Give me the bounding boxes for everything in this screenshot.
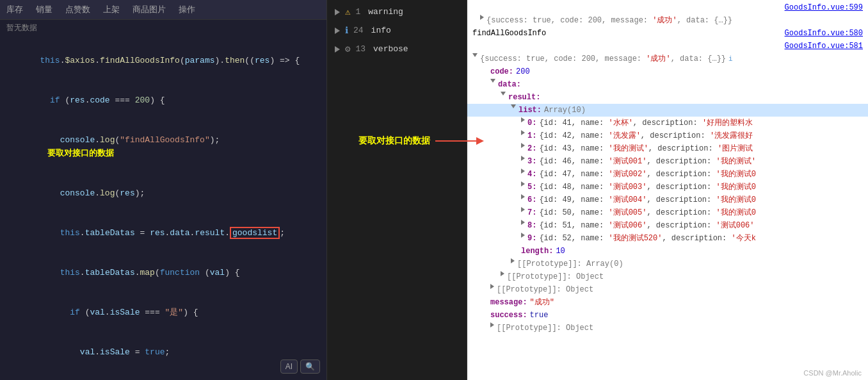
dt-item-5[interactable]: 5: {id: 48, name: '测试003', description: …	[467, 181, 868, 194]
right-wrapper: GoodsInfo.vue:599 {success: true, code: …	[467, 0, 868, 380]
verbose-count: 13	[355, 44, 366, 54]
dt-line-data[interactable]: data:	[467, 78, 868, 91]
dt-success: success: true	[467, 309, 868, 322]
col-sales: 销量	[36, 4, 52, 15]
search-button[interactable]: 🔍	[300, 359, 320, 374]
dt-index-8: 8:	[527, 220, 536, 231]
dt-val-1: {id: 42, name: '洗发露', description: '洗发露很…	[539, 130, 753, 142]
col-stock: 库存	[6, 4, 23, 15]
expand-item7[interactable]	[521, 207, 525, 212]
source-link-599[interactable]: GoodsInfo.vue:599	[785, 2, 863, 13]
dt-item-9[interactable]: 9: {id: 52, name: '我的测试520', description…	[467, 232, 868, 245]
dt-item-0[interactable]: 0: {id: 41, name: '水杯', description: '好用…	[467, 117, 868, 129]
table-header: 库存 销量 点赞数 上架 商品图片 操作	[0, 0, 326, 20]
verbose-label: verbose	[373, 44, 408, 54]
warning-count: 1	[355, 7, 360, 17]
dt-item-3[interactable]: 3: {id: 46, name: '测试001', description: …	[467, 155, 868, 168]
expand-item0[interactable]	[521, 117, 525, 122]
dt-line-result[interactable]: result:	[467, 91, 868, 104]
expand-item2[interactable]	[521, 143, 525, 148]
expand-icon-info[interactable]	[335, 28, 340, 34]
dt-item-6[interactable]: 6: {id: 49, name: '测试004', description: …	[467, 194, 868, 206]
dt-line-obj2[interactable]: {success: true, code: 200, message: '成功'…	[467, 53, 868, 65]
dt-fn-name: findAllGoodsInfo	[472, 28, 546, 39]
code-line-1: this.$axios.findAllGoodsInfo(params).the…	[0, 41, 326, 81]
dt-proto-array[interactable]: [[Prototype]]: Array(0)	[467, 258, 868, 270]
dt-val-code: 200	[516, 66, 530, 78]
dt-index-0: 0:	[527, 117, 536, 129]
expand-item3[interactable]	[521, 156, 525, 161]
dt-item-2[interactable]: 2: {id: 43, name: '我的测试', description: '…	[467, 142, 868, 155]
expand-item5[interactable]	[521, 181, 525, 186]
dt-proto-obj3[interactable]: [[Prototype]]: Object	[467, 322, 868, 335]
dt-item-4[interactable]: 4: {id: 47, name: '测试002', description: …	[467, 168, 868, 181]
dt-key-message: message:	[490, 297, 527, 308]
expand-proto-obj3[interactable]	[490, 322, 494, 327]
expand-result[interactable]	[501, 92, 506, 95]
info-label: info	[371, 26, 391, 35]
dt-key-result: result:	[508, 92, 540, 103]
expand-icon-verbose[interactable]	[335, 46, 340, 53]
console-panel: ⚠ 1 warning ℹ 24 info ⚙ 13 verbose	[326, 0, 467, 380]
dt-index-3: 3:	[527, 156, 536, 167]
dt-index-4: 4:	[527, 169, 536, 180]
dt-message: message: "成功"	[467, 296, 868, 309]
dt-obj2-text: {success: true, code: 200, message: '成功'…	[480, 53, 726, 65]
expand-proto-obj2[interactable]	[490, 284, 494, 289]
console-item-verbose[interactable]: ⚙ 13 verbose	[327, 40, 467, 58]
col-image: 商品图片	[133, 4, 166, 15]
dt-proto-obj1-text: [[Prototype]]: Object	[507, 271, 604, 283]
console-item-warning[interactable]: ⚠ 1 warning	[327, 3, 467, 21]
col-shelf: 上架	[103, 4, 120, 15]
source-link-581[interactable]: GoodsInfo.vue:581	[785, 40, 863, 52]
expand-proto-array[interactable]	[511, 258, 515, 263]
console-item-info[interactable]: ℹ 24 info	[327, 21, 467, 40]
watermark: CSDN @Mr.Aholic	[803, 369, 862, 377]
code-editor: 库存 销量 点赞数 上架 商品图片 操作 暂无数据 this.$axios.fi…	[0, 0, 326, 380]
dt-val-message: "成功"	[530, 297, 554, 308]
expand-proto-obj1[interactable]	[501, 271, 504, 276]
dt-proto-obj2[interactable]: [[Prototype]]: Object	[467, 283, 868, 296]
col-action: 操作	[179, 4, 195, 15]
ai-button[interactable]: AI	[280, 359, 298, 374]
warning-label: warning	[368, 7, 403, 17]
dt-line-link599[interactable]: GoodsInfo.vue:599	[467, 1, 868, 14]
expand-item4[interactable]	[521, 169, 525, 174]
dt-val-9: {id: 52, name: '我的测试520', description: '…	[539, 233, 755, 244]
dt-line-link581[interactable]: GoodsInfo.vue:581	[467, 40, 868, 53]
dt-line-obj1[interactable]: {success: true, code: 200, message: '成功'…	[467, 14, 868, 27]
source-link-580[interactable]: GoodsInfo.vue:580	[785, 28, 863, 39]
expand-data[interactable]	[490, 79, 495, 83]
annotation-label: 要取对接口的数据	[47, 148, 114, 158]
dt-item-7[interactable]: 7: {id: 50, name: '测试005', description: …	[467, 206, 868, 219]
info-count: 24	[353, 26, 364, 35]
dt-val-success: true	[530, 310, 549, 321]
dt-val-0: {id: 41, name: '水杯', description: '好用的塑料…	[539, 117, 753, 129]
dt-obj1-text: {success: true, code: 200, message: '成功'…	[486, 15, 732, 26]
expand-obj2[interactable]	[472, 53, 478, 57]
expand-obj1[interactable]	[480, 15, 484, 20]
dt-line-list[interactable]: list: Array(10)	[467, 104, 868, 117]
expand-item6[interactable]	[521, 194, 525, 199]
dt-index-1: 1:	[527, 130, 536, 142]
dt-item-8[interactable]: 8: {id: 51, name: '测试006', description: …	[467, 219, 868, 232]
code-block: this.$axios.findAllGoodsInfo(params).the…	[0, 36, 326, 380]
dt-val-6: {id: 49, name: '测试004', description: '我的…	[539, 194, 755, 206]
dt-key-data: data:	[498, 79, 521, 90]
info-icon: ℹ	[345, 25, 348, 36]
expand-list[interactable]	[511, 104, 516, 108]
expand-icon-warning[interactable]	[335, 9, 340, 15]
dt-val-3: {id: 46, name: '测试001', description: '我的…	[539, 156, 755, 167]
expand-item9[interactable]	[521, 233, 525, 238]
dt-key-list: list:	[518, 104, 542, 116]
expand-item8[interactable]	[521, 220, 525, 225]
dt-proto-obj1[interactable]: [[Prototype]]: Object	[467, 270, 868, 283]
dt-key-code: code:	[490, 66, 513, 78]
col-likes: 点赞数	[65, 4, 90, 15]
dt-line-code: code: 200	[467, 65, 868, 78]
code-line-2: if (res.code === 200) {	[0, 81, 326, 120]
dt-item-1[interactable]: 1: {id: 42, name: '洗发露', description: '洗…	[467, 129, 868, 142]
dt-index-6: 6:	[527, 194, 536, 206]
dt-proto-array-text: [[Prototype]]: Array(0)	[517, 258, 623, 270]
expand-item1[interactable]	[521, 130, 525, 135]
